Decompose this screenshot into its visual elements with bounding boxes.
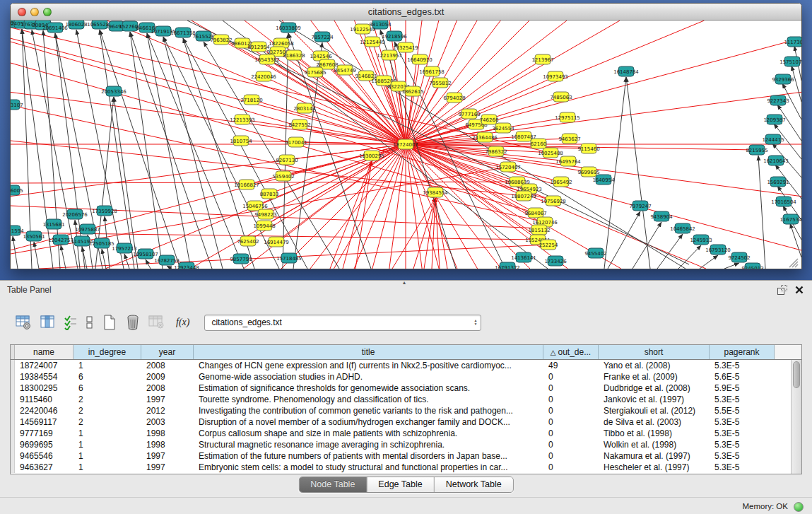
table-selector-dropdown[interactable]: citations_edges.txt ▲▼ — [204, 315, 481, 331]
graph-node[interactable]: 9245013 — [741, 263, 763, 269]
graph-node[interactable]: 7963822 — [210, 35, 232, 45]
tab-edge-table[interactable]: Edge Table — [367, 477, 434, 492]
float-panel-icon[interactable] — [777, 285, 787, 294]
table-cell[interactable]: 5.3E-5 — [710, 360, 775, 371]
table-cell[interactable]: Yano et al. (2008) — [599, 360, 710, 371]
table-cell[interactable]: Disruption of a novel member of a sodium… — [194, 416, 543, 428]
table-cell[interactable]: 0 — [543, 416, 599, 428]
column-header-short[interactable]: short — [599, 345, 710, 359]
table-cell[interactable]: 0 — [543, 394, 599, 405]
table-cell[interactable]: Structural magnetic resonance image aver… — [194, 439, 543, 450]
table-cell[interactable]: Estimation of the future numbers of pati… — [194, 450, 543, 462]
tab-node-table[interactable]: Node Table — [299, 477, 367, 492]
graph-node[interactable]: 1815132 — [528, 225, 550, 235]
table-cell[interactable]: 49 — [543, 360, 599, 371]
table-cell[interactable]: 5.3E-5 — [710, 428, 775, 439]
table-cell[interactable]: 1997 — [141, 450, 194, 462]
graph-node[interactable]: 20206576 — [62, 209, 88, 219]
column-header-title[interactable]: title — [194, 345, 543, 359]
row-selection-icon[interactable] — [86, 313, 94, 332]
table-cell[interactable]: 0 — [543, 462, 599, 473]
graph-node[interactable]: 6794028 — [443, 93, 465, 103]
table-cell[interactable]: 18724007 — [15, 360, 73, 371]
table-cell[interactable]: Changes of HCN gene expression and I(f) … — [194, 360, 543, 371]
table-cell[interactable]: 18300295 — [15, 382, 73, 394]
table-cell[interactable]: 1998 — [141, 439, 194, 450]
graph-node[interactable]: 9699695 — [577, 167, 599, 177]
table-cell[interactable]: 9777169 — [15, 428, 73, 439]
graph-node[interactable]: 9115460 — [577, 144, 599, 153]
column-header-in-degree[interactable]: in_degree — [73, 345, 141, 359]
table-cell[interactable]: 0 — [543, 405, 599, 416]
table-cell[interactable]: 0 — [543, 371, 599, 382]
table-row[interactable]: 1938455462009Genome-wide association stu… — [11, 371, 791, 382]
table-scrollbar[interactable] — [791, 360, 801, 474]
graph-node[interactable]: 13325419 — [393, 42, 418, 52]
graph-node[interactable]: 62160 — [531, 139, 546, 148]
graph-node[interactable]: 8186328 — [283, 50, 305, 60]
graph-node[interactable]: 2803144 — [293, 103, 316, 113]
table-cell[interactable]: de Silva et al. (2003) — [599, 416, 710, 428]
table-row[interactable]: 1456911722003Disruption of a novel membe… — [11, 416, 791, 428]
table-cell[interactable]: 2 — [73, 394, 141, 405]
graph-node[interactable]: 12213393 — [230, 115, 255, 124]
graph-node[interactable]: 1569291 — [767, 177, 789, 187]
graph-node[interactable]: 19384554 — [423, 187, 448, 197]
table-row[interactable]: 969969511998Structural magnetic resonanc… — [11, 439, 791, 450]
graph-node[interactable]: 7625402 — [237, 236, 259, 246]
table-cell[interactable]: Franke et al. (2009) — [599, 371, 710, 382]
table-cell[interactable]: 1 — [73, 439, 141, 450]
column-header-out-degree[interactable]: △out_de... — [543, 345, 599, 359]
graph-node[interactable]: 16210643 — [763, 156, 789, 165]
graph-node[interactable]: 1965492 — [550, 177, 572, 187]
select-all-rows-icon[interactable] — [64, 313, 78, 332]
graph-node[interactable]: 10025488 — [538, 148, 563, 158]
graph-node[interactable]: 1213967 — [531, 54, 553, 64]
graph-node[interactable]: 17016504 — [771, 197, 796, 206]
graph-node[interactable]: 10973493 — [543, 71, 568, 81]
graph-node[interactable]: 15718485 — [276, 253, 302, 263]
table-cell[interactable]: 19384554 — [15, 371, 73, 382]
table-cell[interactable]: 1 — [73, 360, 141, 371]
graph-node[interactable]: 9438904 — [650, 211, 673, 221]
table-cell[interactable]: 1997 — [141, 394, 194, 405]
graph-node[interactable]: 19166827 — [234, 180, 259, 189]
network-canvas[interactable]: 2060551240557217639072089415206914061806… — [11, 21, 801, 269]
table-cell[interactable]: 0 — [543, 439, 599, 450]
table-row[interactable]: 2242004622012Investigating the contribut… — [11, 405, 791, 416]
table-row[interactable]: 977716911998Corpus callosum shape and si… — [11, 428, 791, 439]
graph-node[interactable]: 9724502 — [728, 252, 750, 262]
graph-node[interactable]: 16148784 — [613, 66, 639, 76]
graph-node[interactable]: 2391594 — [11, 226, 24, 235]
column-header-name[interactable]: name — [15, 345, 73, 359]
graph-node[interactable]: 15720407 — [495, 162, 521, 172]
graph-node[interactable]: 9463627 — [558, 134, 580, 144]
graph-node[interactable]: 9498223 — [254, 209, 276, 219]
table-cell[interactable]: Nakamura et al. (1997) — [599, 450, 710, 462]
graph-node[interactable]: 5359402 — [272, 171, 294, 181]
network-window[interactable]: citations_edges.txt 20605512405572176390… — [10, 3, 802, 269]
table-cell[interactable]: 9699695 — [15, 439, 73, 450]
graph-node[interactable]: 9684067 — [524, 208, 546, 218]
table-cell[interactable]: 22420046 — [15, 405, 73, 416]
graph-node[interactable]: 9777169 — [458, 109, 480, 119]
graph-node[interactable]: 1245913 — [690, 235, 712, 245]
table-row[interactable]: 946554611997Estimation of the future num… — [11, 450, 791, 462]
graph-node[interactable]: 16961758 — [419, 66, 445, 76]
table-cell[interactable]: 0 — [543, 428, 599, 439]
graph-node[interactable]: 1209387 — [763, 115, 785, 124]
graph-node[interactable]: 2718120 — [240, 95, 262, 105]
graph-node[interactable]: 1167534 — [779, 214, 801, 224]
graph-node[interactable]: 9175685 — [304, 67, 326, 77]
table-cell[interactable]: 2 — [73, 405, 141, 416]
table-cell[interactable]: Jankovic et al. (1997) — [599, 394, 710, 405]
table-cell[interactable]: 5.3E-5 — [710, 416, 775, 428]
table-row[interactable]: 946362711997Embryonic stem cells: a mode… — [11, 462, 791, 473]
table-cell[interactable]: 0 — [543, 450, 599, 462]
table-cell[interactable]: 9115460 — [15, 394, 73, 405]
graph-node[interactable]: 7986322 — [485, 146, 507, 156]
column-header-year[interactable]: year — [141, 345, 194, 359]
table-cell[interactable]: Genome-wide association studies in ADHD. — [194, 371, 543, 382]
graph-node[interactable]: 8215955 — [746, 145, 767, 155]
graph-node[interactable]: 3624554 — [492, 123, 514, 133]
